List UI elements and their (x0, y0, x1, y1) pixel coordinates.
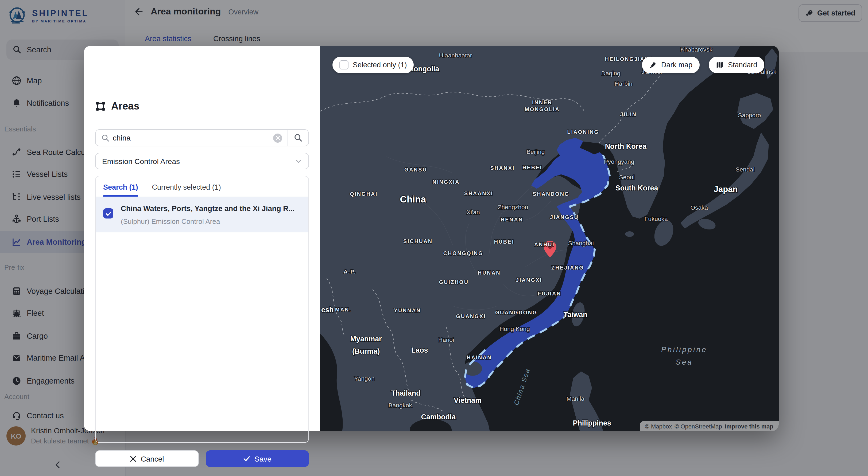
map-label: Cambodia (421, 413, 456, 421)
map-label: GUANGDONG (495, 310, 537, 315)
map-label: GANSU (404, 167, 427, 172)
map-label: FUJIAN (538, 291, 561, 296)
map-label: Beijing (526, 148, 545, 155)
modal-title: Areas (111, 100, 140, 112)
search-icon (294, 133, 303, 142)
standard-map-button[interactable]: Standard (709, 57, 764, 73)
area-type-dropdown[interactable]: Emission Control Areas (95, 153, 309, 169)
results-panel: Search (1) Currently selected (1) China … (95, 176, 309, 443)
map-label: Myanmar (350, 335, 382, 343)
area-result-row[interactable]: China Waters, Ports, Yangtze and the Xi … (96, 197, 308, 232)
map-label: ZHEJIANG (551, 265, 584, 271)
map-canvas[interactable]: UlaanbaatarMongoliaKhabarovskHEILONGJIAN… (320, 46, 779, 431)
map-label: JIANGSU (550, 214, 579, 220)
save-button[interactable]: Save (206, 450, 309, 467)
unchecked-checkbox[interactable] (339, 60, 348, 69)
map-label: Osaka (690, 204, 708, 211)
map-label: Pyongyang (604, 158, 634, 165)
map-label: Ulaanbaatar (439, 52, 472, 59)
osm-link[interactable]: © OpenStreetMap (675, 423, 722, 429)
map-label: LIAONING (567, 129, 599, 135)
map-label: GUIZHOU (439, 279, 469, 285)
map-label: Fukuoka (644, 215, 668, 222)
search-icon (101, 134, 110, 142)
map-label: Hanoi (438, 336, 454, 343)
search-submit-button[interactable] (287, 129, 308, 147)
area-search-input[interactable] (110, 133, 273, 142)
map-label: MAN. (335, 307, 352, 313)
dark-map-button[interactable]: Dark map (642, 57, 700, 73)
map-label: Manila (566, 395, 585, 402)
area-result-title: China Waters, Ports, Yangtze and the Xi … (121, 204, 294, 214)
paintbrush-icon (649, 61, 657, 69)
improve-map-link[interactable]: Improve this map (725, 423, 773, 429)
map-label: CHONGQING (443, 250, 483, 256)
checked-checkbox[interactable] (103, 208, 113, 219)
map-label: HAINAN (467, 354, 492, 360)
map-label: MONGOLIA (525, 106, 560, 112)
map-label: Seoul (619, 173, 634, 181)
selected-only-toggle[interactable]: Selected only (1) (333, 57, 414, 73)
map-label: HUNAN (478, 270, 500, 276)
areas-dialog: Areas Emission Con (84, 46, 779, 431)
map-label: Yangon (354, 375, 375, 382)
area-search-box (95, 129, 309, 147)
map-label: SICHUAN (403, 238, 433, 244)
map-label: JILIN (620, 112, 637, 117)
map-label: JIANGXI (516, 277, 542, 283)
map-label: HENAN (500, 217, 523, 223)
save-label: Save (254, 454, 272, 463)
map-panel[interactable]: UlaanbaatarMongoliaKhabarovskHEILONGJIAN… (320, 46, 779, 431)
area-result-subtitle: (Sulphur) Emission Control Area (121, 217, 294, 225)
map-label: Japan (714, 185, 738, 194)
standard-map-label: Standard (728, 61, 757, 69)
map-label: Shanghai (568, 240, 594, 247)
tab-search-results[interactable]: Search (1) (103, 183, 138, 197)
map-label: North Korea (605, 142, 647, 150)
map-label: QINGHAI (350, 191, 378, 197)
map-label: Sendai (736, 166, 755, 173)
map-label: (Burma) (352, 347, 380, 355)
map-label: ANHUI (534, 242, 555, 247)
map-label: Harbin (615, 80, 632, 87)
map-label: YUNNAN (394, 308, 421, 313)
map-label: SHAANXI (464, 190, 493, 196)
selected-only-label: Selected only (1) (353, 61, 407, 69)
map-label: Sapporo (738, 112, 761, 119)
map-icon (716, 61, 724, 69)
map-label: INNER (532, 99, 552, 105)
map-label: Taiwan (564, 311, 587, 319)
map-label: SHANXI (490, 165, 515, 171)
map-label: Philippine (661, 345, 707, 354)
map-label: GUANGXI (456, 313, 486, 319)
dropdown-value: Emission Control Areas (102, 157, 180, 165)
map-label: Vietnam (454, 396, 482, 404)
map-label: esh (321, 306, 334, 314)
dark-map-label: Dark map (661, 61, 692, 69)
cancel-button[interactable]: Cancel (95, 450, 199, 467)
map-label: A.P. (344, 269, 356, 275)
tab-currently-selected[interactable]: Currently selected (1) (152, 183, 221, 197)
map-label: China (400, 194, 426, 204)
map-label: SHANDONG (533, 191, 569, 197)
map-label: South Korea (616, 184, 658, 192)
map-label: Zhengzhou (498, 203, 528, 211)
map-label: Xi'an (467, 209, 480, 216)
map-label: Laos (411, 346, 428, 354)
check-icon (105, 210, 112, 217)
areas-modal: Areas Emission Con (84, 46, 320, 431)
area-polygon-icon (95, 101, 106, 112)
map-label: Sea (676, 358, 693, 366)
map-attribution: © Mapbox © OpenStreetMap Improve this ma… (640, 421, 779, 431)
map-label: HEBEI (523, 164, 542, 170)
cancel-label: Cancel (141, 454, 164, 463)
chevron-down-icon (295, 158, 302, 164)
mapbox-link[interactable]: © Mapbox (645, 423, 672, 429)
map-label: Daqing (601, 70, 620, 77)
map-label: Hong Kong (499, 325, 530, 332)
map-label: Thailand (391, 389, 421, 397)
map-label: Philippines (573, 419, 611, 427)
map-label: Bangkok (389, 402, 412, 409)
check-icon (243, 455, 250, 462)
clear-search-icon[interactable] (273, 133, 282, 142)
